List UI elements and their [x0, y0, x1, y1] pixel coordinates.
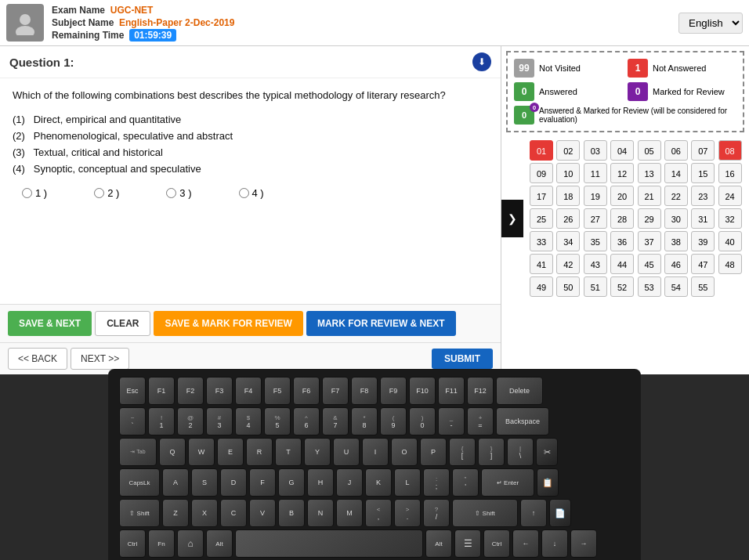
mark-review-next-button[interactable]: MARK FOR REVIEW & NEXT: [306, 311, 456, 336]
key-o[interactable]: O: [391, 438, 418, 466]
question-number-button[interactable]: 23: [691, 186, 715, 206]
question-number-button[interactable]: 29: [638, 208, 661, 229]
question-number-button[interactable]: 17: [530, 186, 553, 206]
radio-option-4[interactable]: 4 ): [239, 187, 264, 199]
question-number-button[interactable]: 42: [556, 254, 580, 274]
radio-option-3[interactable]: 3 ): [166, 187, 191, 199]
question-number-button[interactable]: 48: [718, 254, 742, 274]
key-p[interactable]: P: [420, 438, 447, 466]
key-arrow-right[interactable]: →: [570, 529, 597, 558]
key-ctrl-left[interactable]: Ctrl: [119, 529, 146, 558]
key-fn[interactable]: Fn: [148, 529, 175, 558]
save-next-button[interactable]: SAVE & NEXT: [8, 311, 92, 336]
question-number-button[interactable]: 28: [610, 208, 634, 229]
back-button[interactable]: << BACK: [8, 348, 67, 370]
key-i[interactable]: I: [362, 438, 389, 466]
key-f5[interactable]: F5: [264, 377, 291, 405]
question-number-button[interactable]: 40: [718, 231, 742, 251]
key-windows[interactable]: ⌂: [177, 529, 204, 558]
question-number-button[interactable]: 06: [664, 140, 688, 161]
question-number-button[interactable]: 07: [691, 140, 715, 161]
key-6[interactable]: ^6: [293, 407, 320, 435]
key-backtick[interactable]: ~`: [119, 407, 146, 435]
key-arrow-left[interactable]: ←: [512, 529, 539, 558]
key-alt-left[interactable]: Alt: [206, 529, 233, 558]
radio-option-2[interactable]: 2 ): [94, 187, 119, 199]
key-r[interactable]: R: [246, 438, 273, 466]
question-number-button[interactable]: 08: [718, 140, 742, 161]
key-c[interactable]: C: [220, 499, 247, 527]
question-number-button[interactable]: 50: [556, 276, 580, 297]
key-k[interactable]: K: [365, 468, 392, 497]
key-delete[interactable]: Delete: [496, 377, 543, 405]
question-number-button[interactable]: 24: [718, 186, 742, 206]
question-nav-button[interactable]: ⬇: [472, 52, 491, 71]
key-alt-right[interactable]: Alt: [425, 529, 452, 558]
language-selector[interactable]: English: [678, 13, 743, 34]
key-w[interactable]: W: [188, 438, 215, 466]
question-number-button[interactable]: 01: [530, 140, 553, 161]
radio-input-2[interactable]: [94, 188, 104, 198]
key-9[interactable]: (9: [380, 407, 407, 435]
question-number-button[interactable]: 03: [584, 140, 607, 161]
key-f6[interactable]: F6: [293, 377, 320, 405]
question-number-button[interactable]: 51: [584, 276, 607, 297]
submit-button[interactable]: SUBMIT: [432, 349, 493, 369]
key-a[interactable]: A: [162, 468, 189, 497]
key-5[interactable]: %5: [264, 407, 291, 435]
key-f8[interactable]: F8: [351, 377, 378, 405]
key-t[interactable]: T: [275, 438, 302, 466]
question-number-button[interactable]: 05: [638, 140, 661, 161]
key-f4[interactable]: F4: [235, 377, 262, 405]
key-f3[interactable]: F3: [206, 377, 233, 405]
key-backspace[interactable]: Backspace: [496, 407, 549, 435]
key-m[interactable]: M: [336, 499, 363, 527]
key-g[interactable]: G: [278, 468, 305, 497]
key-l[interactable]: L: [394, 468, 421, 497]
key-j[interactable]: J: [336, 468, 363, 497]
key-q[interactable]: Q: [159, 438, 186, 466]
key-semicolon[interactable]: :;: [423, 468, 450, 497]
key-f11[interactable]: F11: [438, 377, 465, 405]
question-number-button[interactable]: 04: [610, 140, 634, 161]
question-number-button[interactable]: 26: [556, 208, 580, 229]
question-number-button[interactable]: 38: [664, 231, 688, 251]
question-number-button[interactable]: 16: [718, 163, 742, 183]
key-slash[interactable]: ?/: [423, 499, 450, 527]
key-n[interactable]: N: [307, 499, 334, 527]
key-lbracket[interactable]: {[: [449, 438, 476, 466]
key-period[interactable]: >.: [394, 499, 421, 527]
question-number-button[interactable]: 12: [610, 163, 634, 183]
key-enter[interactable]: ↵ Enter: [481, 468, 534, 497]
key-shift-left[interactable]: ⇧ Shift: [119, 499, 160, 527]
key-menu[interactable]: ☰: [454, 529, 481, 558]
key-y[interactable]: Y: [304, 438, 331, 466]
key-f[interactable]: F: [249, 468, 276, 497]
question-number-button[interactable]: 14: [664, 163, 688, 183]
next-button[interactable]: NEXT >>: [71, 348, 129, 370]
save-mark-review-button[interactable]: SAVE & MARK FOR REVIEW: [154, 311, 302, 336]
question-number-button[interactable]: 52: [610, 276, 634, 297]
question-number-button[interactable]: 09: [530, 163, 553, 183]
question-number-button[interactable]: 41: [530, 254, 553, 274]
question-number-button[interactable]: 54: [664, 276, 688, 297]
radio-input-4[interactable]: [239, 188, 249, 198]
question-number-button[interactable]: 30: [664, 208, 688, 229]
key-1[interactable]: !1: [148, 407, 175, 435]
key-f7[interactable]: F7: [322, 377, 349, 405]
key-7[interactable]: &7: [322, 407, 349, 435]
question-number-button[interactable]: 25: [530, 208, 553, 229]
question-number-button[interactable]: 45: [638, 254, 661, 274]
question-number-button[interactable]: 27: [584, 208, 607, 229]
question-number-button[interactable]: 19: [584, 186, 607, 206]
question-number-button[interactable]: 31: [691, 208, 715, 229]
question-number-button[interactable]: 46: [664, 254, 688, 274]
question-number-button[interactable]: 22: [664, 186, 688, 206]
key-ctrl-right[interactable]: Ctrl: [483, 529, 510, 558]
key-f10[interactable]: F10: [409, 377, 436, 405]
question-number-button[interactable]: 15: [691, 163, 715, 183]
question-number-button[interactable]: 35: [584, 231, 607, 251]
question-number-button[interactable]: 44: [610, 254, 634, 274]
key-3[interactable]: #3: [206, 407, 233, 435]
key-h[interactable]: H: [307, 468, 334, 497]
